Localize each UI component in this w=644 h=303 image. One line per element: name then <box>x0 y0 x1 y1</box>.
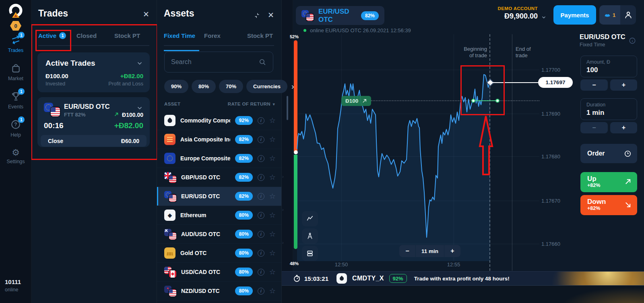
star-icon[interactable]: ☆ <box>269 212 276 219</box>
sidebar-item-market[interactable]: Market <box>0 63 31 81</box>
info-icon[interactable]: i <box>258 212 264 219</box>
info-icon[interactable]: i <box>258 231 264 238</box>
asset-row[interactable]: Europe Composite Index82%i☆ <box>157 149 281 168</box>
zoom-in-button[interactable]: + <box>444 245 460 257</box>
promo-symbol: CMDTY_X <box>352 275 384 282</box>
asset-name: EUR/USD OTC <box>181 193 230 199</box>
tab-fixed-time[interactable]: Fixed Time <box>164 32 195 45</box>
asset-row[interactable]: Gold OTC80%i☆ <box>157 244 281 263</box>
assets-panel: Assets ✕ Fixed Time Forex Stock PT 90% 8… <box>157 0 282 303</box>
column-rate[interactable]: RATE OF RETURN ▼ <box>228 102 276 106</box>
profile-button[interactable] <box>620 5 636 25</box>
down-arrow-icon <box>624 201 632 208</box>
tab-forex[interactable]: Forex <box>204 32 221 45</box>
sidebar-item-label: Events <box>0 104 31 110</box>
amount-field[interactable]: Amount, Đ 100 <box>580 56 637 77</box>
star-icon[interactable]: ☆ <box>269 117 276 124</box>
stories-pager: 1 / 12 ••• <box>282 286 644 303</box>
chart-type-button[interactable] <box>302 211 318 226</box>
account-balance: Đ9,900.00 <box>467 12 538 21</box>
sidebar-item-settings[interactable]: ⚙ Settings <box>0 147 31 164</box>
filter-90[interactable]: 90% <box>164 80 188 93</box>
begin-trade-label: Beginningof trade <box>440 46 487 59</box>
chips-more-icon[interactable]: › <box>291 82 294 91</box>
tab-stock-pt[interactable]: Stock PT <box>114 32 140 45</box>
amount-minus-button[interactable]: − <box>580 79 608 91</box>
info-icon[interactable]: i <box>258 250 264 257</box>
filter-currencies[interactable]: Currencies <box>246 80 287 93</box>
asset-row[interactable]: USD/CAD OTC80%i☆ <box>157 263 281 282</box>
search-icon[interactable] <box>259 58 266 66</box>
info-icon[interactable]: i <box>258 155 264 162</box>
order-button[interactable]: Order <box>580 144 637 163</box>
star-icon[interactable]: ☆ <box>269 230 276 238</box>
account-block[interactable]: DEMO ACCOUNT Đ9,900.00 <box>467 6 538 21</box>
chevron-down-icon[interactable] <box>541 15 547 20</box>
chevron-down-icon[interactable] <box>136 104 143 112</box>
filter-80[interactable]: 80% <box>192 80 216 93</box>
tab-stock-pt[interactable]: Stock PT <box>247 32 273 45</box>
duration-minus-button[interactable]: − <box>580 122 608 133</box>
chart-symbol-tab[interactable]: EUR/USD OTC 82% <box>296 6 384 25</box>
chevron-down-icon[interactable] <box>136 60 143 67</box>
asset-rate-badge: 82% <box>235 154 253 163</box>
star-icon[interactable]: ☆ <box>269 268 276 276</box>
zoom-out-button[interactable]: − <box>399 245 415 257</box>
filter-70[interactable]: 70% <box>219 80 243 93</box>
asset-row[interactable]: Asia Composite Index82%i☆ <box>157 130 281 149</box>
layout-button[interactable] <box>302 246 318 261</box>
info-icon[interactable] <box>629 37 636 46</box>
person-icon <box>624 10 633 19</box>
tab-label: Active <box>38 32 56 39</box>
sidebar-item-help[interactable]: ? 1 Help <box>0 119 31 138</box>
order-label: Order <box>587 150 605 157</box>
star-icon[interactable]: ☆ <box>269 193 276 200</box>
search-input[interactable] <box>171 58 259 66</box>
info-icon[interactable]: i <box>258 288 264 295</box>
promo-ticker-bar[interactable]: 15:03:21 CMDTY_X 92% Trade with extra pr… <box>282 271 644 286</box>
close-icon[interactable]: ✕ <box>142 10 150 19</box>
info-icon[interactable]: i <box>258 117 264 124</box>
collapse-icon[interactable] <box>254 12 260 19</box>
up-button[interactable]: Up +82% <box>580 172 637 192</box>
asset-name: Europe Composite Index <box>180 155 230 162</box>
app-logo[interactable] <box>8 3 24 21</box>
info-icon[interactable]: i <box>258 174 264 181</box>
asset-row[interactable]: AUD/USD OTC80%i☆ <box>157 225 281 244</box>
eur-usd-flags-icon <box>44 103 60 116</box>
active-trade-card[interactable]: EUR/USD OTC FTT 82% Đ100.00 00:16 +Đ82.0… <box>37 97 150 147</box>
asset-row[interactable]: Commodity Composit...92%i☆ <box>157 111 281 130</box>
duration-plus-button[interactable]: + <box>610 122 637 133</box>
support-chat-button[interactable]: 1 <box>599 5 620 25</box>
asset-row[interactable]: GBP/USD OTC82%i☆ <box>157 168 281 187</box>
asset-row[interactable]: ◆Ethereum80%i☆ <box>157 206 281 225</box>
sidebar-item-trades[interactable]: 1 Trades <box>0 35 31 53</box>
sidebar-item-label: Settings <box>0 159 31 164</box>
price-tick: 1.17660 <box>541 241 570 247</box>
info-icon[interactable]: i <box>258 269 264 276</box>
info-icon[interactable]: i <box>258 193 264 200</box>
amount-plus-button[interactable]: + <box>610 79 637 91</box>
europe-index-icon <box>164 153 175 164</box>
down-button[interactable]: Down +82% <box>580 195 637 215</box>
tab-active[interactable]: Active 1 <box>38 32 66 45</box>
star-icon[interactable]: ☆ <box>269 136 276 143</box>
star-icon[interactable]: ☆ <box>269 249 276 257</box>
asset-row[interactable]: EUR/USD OTC82%i☆ <box>157 187 281 206</box>
star-icon[interactable]: ☆ <box>269 174 276 181</box>
payments-button[interactable]: Payments <box>553 5 596 25</box>
close-icon[interactable]: ✕ <box>267 11 275 19</box>
tab-closed[interactable]: Closed <box>76 32 97 45</box>
star-icon[interactable]: ☆ <box>269 155 276 162</box>
drawing-tools-button[interactable] <box>302 228 318 244</box>
chart-symbol: EUR/USD OTC <box>318 8 356 24</box>
info-icon[interactable]: i <box>258 136 264 143</box>
close-trade-button[interactable]: Close Đ60.00 <box>41 135 147 147</box>
duration-field[interactable]: Duration 1 min <box>580 98 637 120</box>
time-tick: 12:55 <box>445 261 462 268</box>
star-icon[interactable]: ☆ <box>269 287 276 295</box>
asset-row[interactable]: NZD/USD OTC80%i☆ <box>157 282 281 301</box>
close-value: Đ60.00 <box>121 138 139 144</box>
sidebar-item-events[interactable]: 1 Events <box>0 91 31 110</box>
events-badge: 1 <box>18 88 25 95</box>
